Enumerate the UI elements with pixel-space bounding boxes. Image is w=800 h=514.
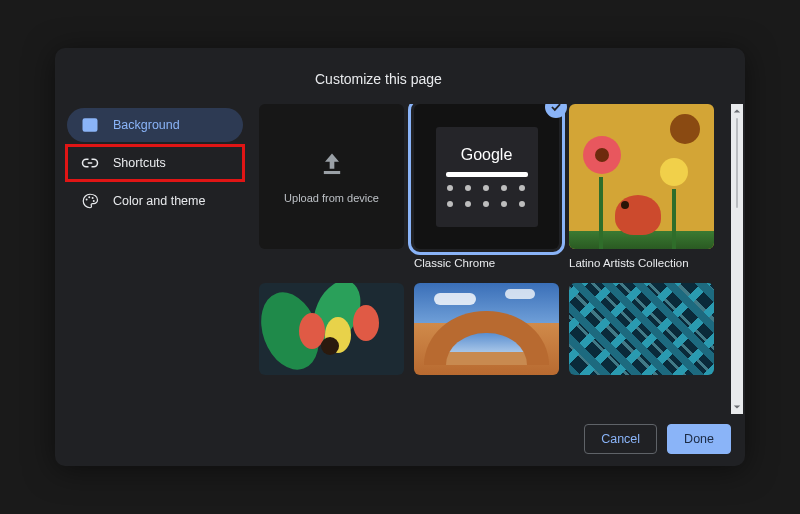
sidebar-item-label: Shortcuts — [113, 156, 166, 170]
classic-thumb[interactable]: Google — [414, 104, 559, 249]
image-icon — [81, 116, 99, 134]
palette-icon — [81, 192, 99, 210]
tile-collection-6[interactable] — [569, 283, 714, 375]
scrollbar[interactable] — [731, 104, 743, 414]
link-icon — [81, 154, 99, 172]
content-area: Upload from device Google — [255, 104, 745, 414]
scroll-region: Upload from device Google — [255, 104, 729, 414]
sidebar-item-background[interactable]: Background — [67, 108, 243, 142]
scroll-down-icon[interactable] — [731, 400, 743, 414]
tile-label: Classic Chrome — [414, 257, 559, 271]
dialog-body: Background Shortcuts — [55, 104, 745, 414]
scrollbar-track[interactable] — [734, 118, 740, 400]
google-logo-text: Google — [461, 146, 513, 164]
sidebar-item-label: Color and theme — [113, 194, 205, 208]
cancel-button[interactable]: Cancel — [584, 424, 657, 454]
classic-preview: Google — [436, 127, 538, 227]
sidebar: Background Shortcuts — [55, 104, 255, 414]
sidebar-item-label: Background — [113, 118, 180, 132]
shortcut-dots — [447, 185, 527, 207]
customize-dialog: Customize this page Background — [55, 48, 745, 466]
search-bar-preview — [446, 172, 528, 177]
scrollbar-thumb[interactable] — [736, 118, 738, 208]
tile-collection-5[interactable] — [414, 283, 559, 375]
sidebar-item-shortcuts[interactable]: Shortcuts — [67, 146, 243, 180]
dialog-footer: Cancel Done — [584, 424, 731, 454]
collection-thumb[interactable] — [414, 283, 559, 375]
tile-latino-artists[interactable]: Latino Artists Collection — [569, 104, 714, 271]
sidebar-item-color-theme[interactable]: Color and theme — [67, 184, 243, 218]
collection-thumb[interactable] — [569, 283, 714, 375]
tile-classic-chrome[interactable]: Google — [414, 104, 559, 271]
tile-collection-4[interactable] — [259, 283, 404, 375]
svg-point-4 — [92, 197, 94, 199]
scroll-up-icon[interactable] — [731, 104, 743, 118]
upload-thumb[interactable]: Upload from device — [259, 104, 404, 249]
dialog-title: Customize this page — [315, 71, 442, 87]
svg-point-5 — [93, 200, 95, 202]
collection-thumb[interactable] — [259, 283, 404, 375]
latino-thumb[interactable] — [569, 104, 714, 249]
svg-point-2 — [86, 199, 88, 201]
tile-label — [259, 257, 404, 271]
upload-label: Upload from device — [284, 192, 379, 204]
tile-label: Latino Artists Collection — [569, 257, 714, 271]
tile-upload[interactable]: Upload from device — [259, 104, 404, 271]
upload-icon — [318, 150, 346, 180]
done-button[interactable]: Done — [667, 424, 731, 454]
svg-point-3 — [88, 196, 90, 198]
background-grid: Upload from device Google — [255, 104, 729, 375]
svg-rect-6 — [323, 171, 339, 174]
